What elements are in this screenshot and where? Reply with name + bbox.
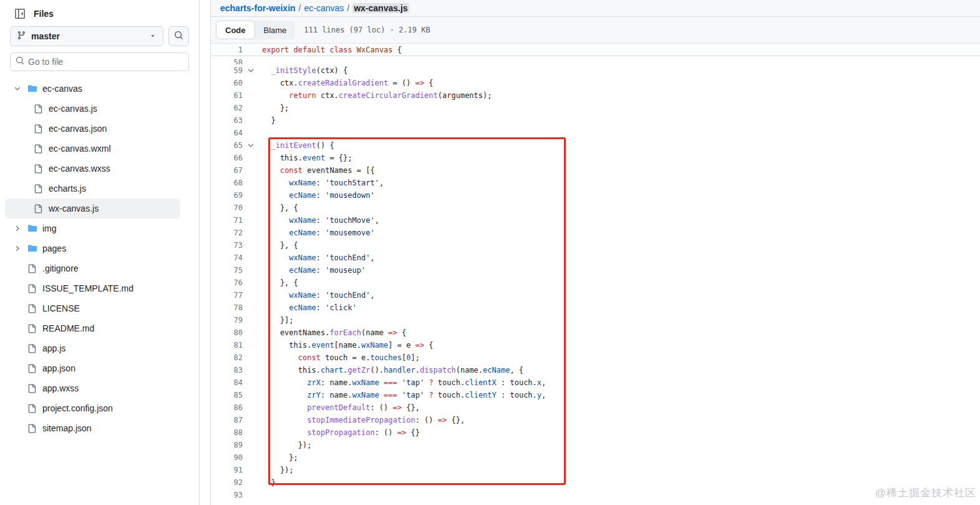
- tree-file-sitemap.json[interactable]: sitemap.json: [5, 418, 180, 438]
- line-number[interactable]: 85: [211, 389, 243, 401]
- code-row-74: 74 wxName: 'touchEnd',: [211, 252, 980, 264]
- tree-item-label: app.wxss: [42, 383, 79, 393]
- code-row-66: 66 this.event = {};: [211, 152, 980, 164]
- tree-item-label: .gitignore: [42, 263, 79, 273]
- tree-folder-img[interactable]: img: [5, 218, 180, 238]
- line-number[interactable]: 87: [211, 414, 243, 426]
- line-number[interactable]: 59: [211, 64, 243, 77]
- code-tab-button[interactable]: Code: [216, 21, 255, 39]
- line-number[interactable]: 77: [211, 289, 243, 302]
- line-number[interactable]: 71: [211, 214, 243, 227]
- tree-folder-pages[interactable]: pages: [5, 238, 180, 258]
- code-text: zrY: name.wxName === 'tap' ? touch.clien…: [262, 389, 546, 401]
- tree-file-LICENSE[interactable]: LICENSE: [5, 298, 180, 318]
- line-number[interactable]: 62: [211, 102, 243, 114]
- code-text: stopPropagation: () => {}: [262, 426, 420, 439]
- line-number[interactable]: 86: [211, 401, 243, 414]
- line-number[interactable]: 84: [211, 376, 243, 389]
- code-text: const eventNames = [{: [262, 164, 375, 177]
- line-number[interactable]: 75: [211, 264, 243, 277]
- tree-item-label: app.json: [42, 363, 75, 373]
- tree-item-label: LICENSE: [42, 303, 80, 313]
- line-number[interactable]: 89: [211, 439, 243, 451]
- line-number[interactable]: 67: [211, 164, 243, 177]
- code-text: stopImmediatePropagation: () => {},: [262, 414, 465, 426]
- code-text: ecName: 'click': [262, 302, 357, 314]
- chevron-right-icon[interactable]: [14, 225, 27, 232]
- folder-icon: [27, 223, 42, 233]
- tree-file-ec-canvas.js[interactable]: ec-canvas.js: [5, 99, 180, 119]
- code-text: return ctx.createCircularGradient(argume…: [262, 89, 492, 102]
- tree-file-.gitignore[interactable]: .gitignore: [5, 258, 180, 278]
- tree-file-project.config.json[interactable]: project.config.json: [5, 398, 180, 418]
- collapse-sidebar-panel-icon[interactable]: [15, 9, 25, 19]
- tree-file-app.js[interactable]: app.js: [5, 338, 180, 358]
- breadcrumb-dir-link[interactable]: ec-canvas: [304, 3, 344, 13]
- tree-file-app.json[interactable]: app.json: [5, 358, 180, 378]
- chevron-down-icon[interactable]: [14, 85, 27, 92]
- line-number[interactable]: 69: [211, 189, 243, 202]
- file-icon: [34, 124, 49, 134]
- go-to-file-input[interactable]: [28, 57, 183, 67]
- fold-chevron-icon[interactable]: [243, 64, 259, 77]
- code-text: ecName: 'mousemove': [262, 227, 375, 239]
- sticky-line-container: 1export default class WxCanvas {: [211, 44, 980, 56]
- tree-file-README.md[interactable]: README.md: [5, 318, 180, 338]
- code-row-69: 69 ecName: 'mousedown': [211, 189, 980, 202]
- code-text: export default class WxCanvas {: [262, 44, 402, 56]
- code-text: }, {: [262, 239, 298, 252]
- code-text: wxName: 'touchMove',: [262, 214, 379, 227]
- line-number[interactable]: 83: [211, 364, 243, 376]
- fold-spacer: [243, 489, 259, 501]
- line-number[interactable]: 93: [211, 489, 243, 501]
- tree-file-app.wxss[interactable]: app.wxss: [5, 378, 180, 398]
- tree-folder-ec-canvas[interactable]: ec-canvas: [5, 79, 180, 99]
- line-number[interactable]: 72: [211, 227, 243, 239]
- line-number[interactable]: 88: [211, 426, 243, 439]
- search-this-repository-button[interactable]: [168, 26, 189, 46]
- line-number[interactable]: 65: [211, 139, 243, 152]
- tree-file-echarts.js[interactable]: echarts.js: [5, 179, 180, 199]
- fold-chevron-icon[interactable]: [243, 139, 259, 152]
- line-number[interactable]: 73: [211, 239, 243, 252]
- line-number[interactable]: 76: [211, 277, 243, 289]
- file-icon: [27, 384, 42, 393]
- line-number[interactable]: 58: [211, 56, 243, 64]
- breadcrumb-repo-link[interactable]: echarts-for-weixin: [220, 3, 296, 13]
- go-to-file-field[interactable]: [10, 52, 189, 71]
- git-branch-icon: [17, 31, 26, 42]
- line-number[interactable]: 70: [211, 202, 243, 214]
- branch-selector[interactable]: master: [10, 26, 163, 46]
- tree-item-label: app.js: [42, 343, 65, 353]
- line-number[interactable]: 1: [211, 44, 243, 56]
- line-number[interactable]: 74: [211, 252, 243, 264]
- tree-file-ec-canvas.wxml[interactable]: ec-canvas.wxml: [5, 139, 180, 159]
- line-number[interactable]: 66: [211, 152, 243, 164]
- tree-file-wx-canvas.js[interactable]: wx-canvas.js: [5, 199, 180, 218]
- tree-file-ISSUE_TEMPLATE.md[interactable]: ISSUE_TEMPLATE.md: [5, 278, 180, 298]
- line-number[interactable]: 92: [211, 476, 243, 489]
- line-number[interactable]: 61: [211, 89, 243, 102]
- tree-file-ec-canvas.json[interactable]: ec-canvas.json: [5, 119, 180, 139]
- file-tree-sidebar: Files master ec-canvasec-canvas.jsec-can…: [0, 0, 200, 505]
- fold-spacer: [243, 102, 259, 114]
- code-row-91: 91 });: [211, 464, 980, 476]
- code-blame-switch: Code Blame: [216, 21, 295, 39]
- line-number[interactable]: 64: [211, 127, 243, 139]
- line-number[interactable]: 81: [211, 339, 243, 351]
- code-row-80: 80 eventNames.forEach(name => {: [211, 326, 980, 339]
- line-number[interactable]: 91: [211, 464, 243, 476]
- blame-tab-button[interactable]: Blame: [255, 21, 296, 39]
- line-number[interactable]: 63: [211, 114, 243, 127]
- code-text: }: [262, 476, 276, 489]
- line-number[interactable]: 79: [211, 314, 243, 326]
- line-number[interactable]: 80: [211, 326, 243, 339]
- line-number[interactable]: 82: [211, 351, 243, 364]
- line-number[interactable]: 60: [211, 77, 243, 89]
- line-number[interactable]: 90: [211, 451, 243, 464]
- code-row-72: 72 ecName: 'mousemove': [211, 227, 980, 239]
- line-number[interactable]: 78: [211, 302, 243, 314]
- line-number[interactable]: 68: [211, 177, 243, 189]
- tree-file-ec-canvas.wxss[interactable]: ec-canvas.wxss: [5, 159, 180, 179]
- chevron-right-icon[interactable]: [14, 245, 27, 252]
